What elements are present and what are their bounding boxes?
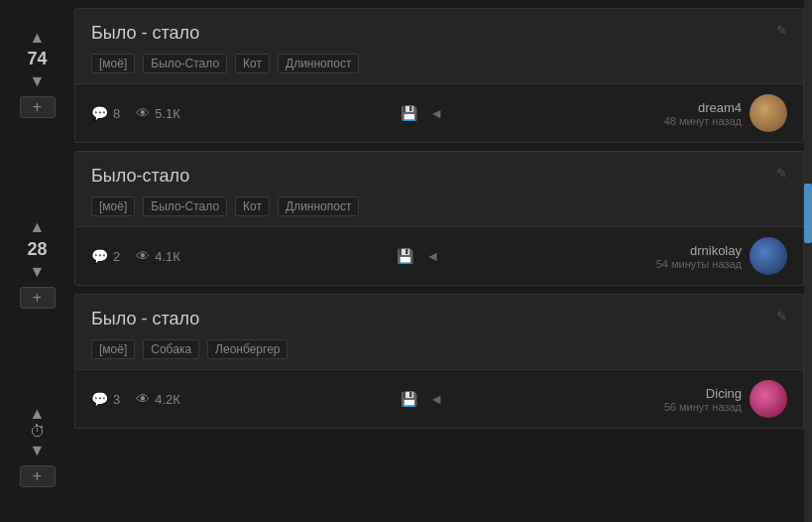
post-author-2: drnikolay 54 минуты назад [656, 237, 787, 275]
views-icon-2: 👁 [136, 248, 150, 264]
post-stats-2: 💬 2 👁 4.1К [91, 248, 180, 264]
edit-button-2[interactable]: ✎ [776, 166, 787, 181]
vote-section-3: ▲ ⏱ ▼ + [20, 390, 56, 487]
share-icon-2[interactable]: ◄ [425, 248, 439, 264]
tag-byloostalo-1[interactable]: Было-Стало [143, 54, 227, 73]
avatar-1 [750, 94, 787, 132]
post-author-3: Dicing 56 минут назад [664, 380, 787, 418]
avatar-2 [750, 237, 787, 275]
downvote-arrow-1[interactable]: ▼ [30, 71, 46, 90]
post-card-2: Было-стало [моё] Было-Стало Кот Длиннопо… [74, 151, 804, 286]
author-time-1: 48 минут назад [664, 115, 742, 127]
left-sidebar: ▲ 74 ▼ + ▲ 28 ▼ + ▲ ⏱ ▼ + [0, 0, 74, 522]
tag-longpost-2[interactable]: Длиннопост [278, 196, 359, 216]
upvote-arrow-2[interactable]: ▲ [30, 217, 46, 236]
vote-timer-icon: ⏱ [30, 423, 46, 441]
tag-leonberger-3[interactable]: Леонбергер [207, 339, 288, 359]
vote-section-1: ▲ 74 ▼ + [20, 14, 56, 118]
share-icon-1[interactable]: ◄ [429, 105, 443, 121]
downvote-arrow-3[interactable]: ▼ [30, 441, 46, 459]
post-card-1: Было - стало [моё] Было-Стало Кот Длинно… [74, 8, 804, 143]
edit-button-3[interactable]: ✎ [776, 309, 787, 324]
views-stat-2: 👁 4.1К [136, 248, 180, 264]
post-footer-2: 💬 2 👁 4.1К 💾 ◄ drnikolay 54 минуты назад [75, 226, 803, 285]
post-tags-1: [моё] Было-Стало Кот Длиннопост [91, 54, 359, 73]
edit-button-1[interactable]: ✎ [776, 23, 787, 38]
post-stats-1: 💬 8 👁 5.1К [91, 105, 180, 121]
vote-count-1: 74 [27, 49, 47, 69]
scrollbar-thumb[interactable] [804, 184, 812, 243]
views-stat-3: 👁 4.2К [136, 391, 180, 407]
post-footer-3: 💬 3 👁 4.2К 💾 ◄ Dicing 56 минут назад [75, 369, 803, 428]
upvote-arrow-1[interactable]: ▲ [30, 28, 46, 47]
tag-mine-3[interactable]: [моё] [91, 339, 135, 359]
comment-stat-3: 💬 3 [91, 391, 120, 407]
post-tags-3: [моё] Собака Леонбергер [91, 339, 288, 359]
views-count-3: 4.2К [155, 392, 180, 407]
views-count-2: 4.1К [155, 249, 180, 264]
post-header-3: Было - стало [моё] Собака Леонбергер ✎ [75, 295, 803, 369]
post-header-1: Было - стало [моё] Было-Стало Кот Длинно… [75, 9, 803, 83]
share-icon-3[interactable]: ◄ [429, 391, 443, 407]
avatar-3 [750, 380, 787, 418]
views-count-1: 5.1К [155, 106, 180, 121]
vote-section-2: ▲ 28 ▼ + [20, 203, 56, 308]
comment-icon-2: 💬 [91, 248, 108, 264]
save-icon-3[interactable]: 💾 [401, 391, 417, 407]
author-info-2: drnikolay 54 минуты назад [656, 243, 742, 270]
comment-stat-2: 💬 2 [91, 248, 120, 264]
post-title-2[interactable]: Было-стало [91, 166, 359, 187]
post-title-1[interactable]: Было - стало [91, 23, 359, 44]
scrollbar[interactable] [804, 0, 812, 522]
tag-mine-2[interactable]: [моё] [91, 196, 135, 216]
add-button-1[interactable]: + [20, 96, 56, 118]
author-info-1: dream4 48 минут назад [664, 100, 742, 127]
author-name-2[interactable]: drnikolay [656, 243, 742, 258]
author-time-2: 54 минуты назад [656, 258, 742, 270]
post-stats-3: 💬 3 👁 4.2К [91, 391, 180, 407]
comment-count-3: 3 [113, 392, 120, 407]
post-card-3: Было - стало [моё] Собака Леонбергер ✎ 💬… [74, 294, 804, 429]
comment-stat-1: 💬 8 [91, 105, 120, 121]
tag-mine-1[interactable]: [моё] [91, 54, 135, 73]
post-author-1: dream4 48 минут назад [664, 94, 787, 132]
comment-count-2: 2 [113, 249, 120, 264]
post-actions-1: 💾 ◄ [401, 105, 443, 121]
vote-count-2: 28 [27, 239, 47, 260]
author-name-3[interactable]: Dicing [664, 386, 742, 401]
upvote-arrow-3[interactable]: ▲ [30, 404, 46, 423]
author-time-3: 56 минут назад [664, 401, 742, 413]
tag-cat-2[interactable]: Кот [235, 196, 270, 216]
tag-byloostalo-2[interactable]: Было-Стало [143, 196, 227, 216]
downvote-arrow-2[interactable]: ▼ [30, 262, 46, 281]
author-info-3: Dicing 56 минут назад [664, 386, 742, 413]
tag-longpost-1[interactable]: Длиннопост [278, 54, 359, 73]
views-icon-1: 👁 [136, 105, 150, 121]
add-button-3[interactable]: + [20, 465, 56, 487]
views-stat-1: 👁 5.1К [136, 105, 180, 121]
save-icon-2[interactable]: 💾 [397, 248, 413, 264]
tag-cat-1[interactable]: Кот [235, 54, 270, 73]
comment-icon-1: 💬 [91, 105, 108, 121]
main-content: Было - стало [моё] Было-Стало Кот Длинно… [74, 0, 804, 522]
post-title-3[interactable]: Было - стало [91, 309, 288, 329]
views-icon-3: 👁 [136, 391, 150, 407]
comment-count-1: 8 [113, 106, 120, 121]
save-icon-1[interactable]: 💾 [401, 105, 417, 121]
comment-icon-3: 💬 [91, 391, 108, 407]
post-footer-1: 💬 8 👁 5.1К 💾 ◄ dream4 48 минут назад [75, 83, 803, 142]
post-tags-2: [моё] Было-Стало Кот Длиннопост [91, 196, 359, 216]
tag-dog-3[interactable]: Собака [143, 339, 199, 359]
post-actions-3: 💾 ◄ [401, 391, 443, 407]
author-name-1[interactable]: dream4 [664, 100, 742, 115]
post-actions-2: 💾 ◄ [397, 248, 439, 264]
add-button-2[interactable]: + [20, 287, 56, 309]
post-header-2: Было-стало [моё] Было-Стало Кот Длиннопо… [75, 152, 803, 226]
